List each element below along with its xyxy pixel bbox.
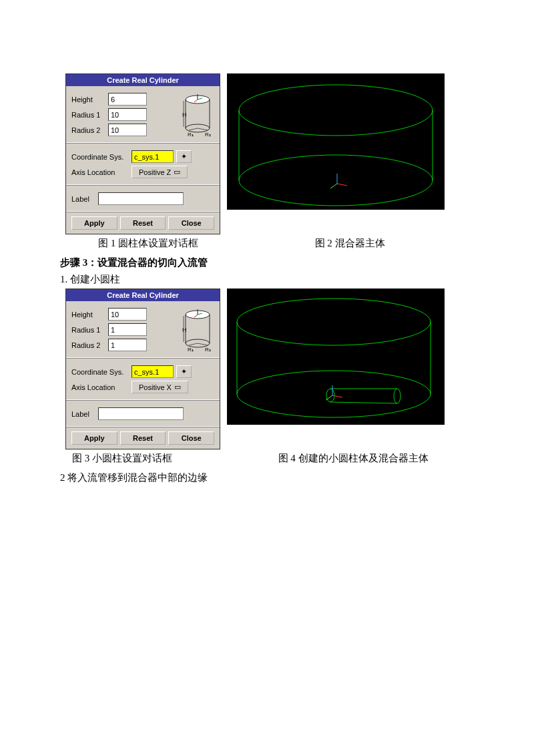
viewport-fig4 — [227, 289, 445, 425]
svg-text:R₁: R₁ — [188, 132, 194, 138]
viewport-fig2 — [227, 73, 445, 210]
create-cylinder-dialog-1: Create Real Cylinder Height Radius 1 Rad… — [65, 73, 220, 234]
height-label: Height — [71, 311, 108, 319]
svg-line-18 — [337, 184, 347, 186]
reset-button[interactable]: Reset — [120, 216, 166, 230]
axis-location-label: Axis Location — [71, 168, 131, 176]
svg-line-39 — [330, 402, 397, 403]
coord-sys-input[interactable] — [131, 365, 174, 378]
radius2-input[interactable] — [108, 339, 147, 351]
coords-section: Coordinate Sys. ✦ Axis Location Positive… — [66, 359, 220, 401]
close-button[interactable]: Close — [168, 216, 214, 230]
svg-line-19 — [330, 184, 337, 188]
coord-sys-input[interactable] — [131, 150, 174, 163]
caption-fig3: 图 3 小圆柱设置对话框 — [65, 452, 238, 465]
label-label: Label — [71, 410, 98, 418]
label-section: Label — [66, 186, 220, 212]
svg-point-33 — [237, 299, 431, 345]
radius2-label: Radius 2 — [71, 341, 108, 349]
svg-point-13 — [239, 85, 433, 136]
dropdown-icon: ▭ — [174, 383, 181, 391]
apply-button[interactable]: Apply — [71, 216, 117, 230]
svg-line-10 — [198, 128, 208, 130]
svg-text:R₂: R₂ — [205, 347, 211, 353]
svg-text:H: H — [182, 327, 187, 333]
coord-sys-label: Coordinate Sys. — [71, 368, 131, 376]
radius1-input[interactable] — [108, 323, 147, 336]
close-button[interactable]: Close — [168, 431, 214, 445]
radius1-label: Radius 1 — [71, 111, 108, 119]
cylinder-diagram-icon: H R₁ R₂ — [181, 307, 214, 353]
axis-location-dropdown[interactable]: Positive X▭ — [131, 381, 188, 393]
coords-section: Coordinate Sys. ✦ Axis Location Positive… — [66, 144, 220, 186]
axis-location-label: Axis Location — [71, 383, 131, 391]
axis-location-dropdown[interactable]: Positive Z▭ — [131, 166, 188, 178]
radius2-input[interactable] — [108, 124, 147, 136]
svg-point-16 — [239, 155, 433, 206]
svg-text:H: H — [182, 112, 187, 118]
step3-sub2: 2 将入流管移到混合器中部的边缘 — [60, 471, 469, 484]
label-input[interactable] — [98, 192, 184, 205]
caption-fig1: 图 1 圆柱体设置对话框 — [65, 237, 231, 250]
svg-text:R₁: R₁ — [188, 347, 194, 353]
cylinder-diagram-icon: H R₁ R₂ — [181, 91, 214, 138]
height-input[interactable] — [108, 93, 147, 106]
label-section: Label — [66, 401, 220, 427]
coord-up-button[interactable]: ✦ — [176, 150, 192, 163]
coord-sys-label: Coordinate Sys. — [71, 153, 131, 161]
height-label: Height — [71, 96, 108, 104]
dimensions-section: Height Radius 1 Radius 2 H R₁ R₂ — [66, 301, 220, 359]
dialog-title: Create Real Cylinder — [66, 74, 220, 86]
dropdown-icon: ▭ — [174, 168, 180, 176]
svg-point-40 — [394, 389, 400, 403]
apply-button[interactable]: Apply — [71, 431, 117, 445]
coord-up-button[interactable]: ✦ — [176, 365, 192, 378]
step3-sub1: 1. 创建小圆柱 — [60, 273, 469, 286]
caption-fig2: 图 2 混合器主体 — [231, 237, 469, 250]
step3-heading: 步骤 3：设置混合器的切向入流管 — [60, 256, 469, 269]
svg-line-29 — [189, 343, 198, 345]
svg-line-30 — [198, 343, 208, 345]
svg-line-9 — [189, 128, 198, 130]
reset-button[interactable]: Reset — [120, 431, 166, 445]
dimensions-section: Height Radius 1 Radius 2 H R₁ R₂ — [66, 86, 220, 144]
svg-point-36 — [237, 371, 431, 417]
caption-fig4: 图 4 创建的小圆柱体及混合器主体 — [238, 452, 469, 465]
label-label: Label — [71, 195, 98, 203]
radius1-input[interactable] — [108, 108, 147, 121]
radius1-label: Radius 1 — [71, 326, 108, 334]
radius2-label: Radius 2 — [71, 126, 108, 134]
height-input[interactable] — [108, 308, 147, 321]
create-cylinder-dialog-2: Create Real Cylinder Height Radius 1 Rad… — [65, 289, 220, 449]
svg-text:R₂: R₂ — [205, 132, 211, 138]
dialog-title: Create Real Cylinder — [66, 289, 220, 301]
label-input[interactable] — [98, 407, 184, 420]
svg-line-42 — [332, 395, 342, 397]
